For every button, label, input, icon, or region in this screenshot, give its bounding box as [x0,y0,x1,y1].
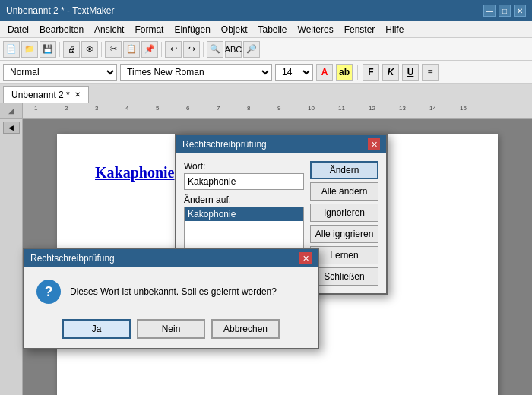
menu-objekt[interactable]: Objekt [217,23,252,36]
spell-dialog-close[interactable]: ✕ [368,138,380,150]
titlebar-controls: — □ ✕ [483,5,526,17]
confirm-title: Rechtschreibprüfung [30,253,115,264]
toolbar-sep-4 [203,42,204,57]
ruler-corner: ◢ [0,103,23,118]
alle-aendern-button[interactable]: Alle ändern [310,182,378,201]
highlight-button[interactable]: ab [336,64,353,81]
toolbar-sep-1 [59,42,60,57]
main-toolbar: 📄 📁 💾 🖨 👁 ✂ 📋 📌 ↩ ↪ 🔍 ABC 🔎 [0,38,532,61]
menu-weiteres[interactable]: Weiteres [293,23,338,36]
redo-button[interactable]: ↪ [183,41,200,58]
nein-button[interactable]: Nein [137,319,205,339]
spell-dialog-titlebar: Rechtschreibprüfung ✕ [176,135,386,153]
confirm-close-button[interactable]: ✕ [299,252,312,264]
preview-button[interactable]: 👁 [81,41,98,58]
document-tab[interactable]: Unbenannt 2 * ✕ [3,86,89,103]
aendern-button[interactable]: Ändern [310,161,378,179]
ruler: ◢ /* ruler ticks rendered below */ 1 2 3… [0,103,532,118]
italic-button[interactable]: K [382,64,399,81]
toolbar-sep-2 [101,42,102,57]
left-panel: ◀ [0,118,23,395]
schliessen-button[interactable]: Schließen [310,267,378,286]
toolbar-sep-3 [161,42,162,57]
confirm-body: ? Dieses Wort ist unbekannt. Soll es gel… [24,267,318,313]
tab-close-button[interactable]: ✕ [74,90,81,99]
menubar: Datei Bearbeiten Ansicht Format Einfügen… [0,21,532,38]
left-panel-btn[interactable]: ◀ [3,122,20,134]
menu-tabelle[interactable]: Tabelle [254,23,292,36]
cut-button[interactable]: ✂ [105,41,122,58]
confirm-icon: ? [36,280,61,304]
alle-ignorieren-button[interactable]: Alle igngrieren [310,225,378,243]
print-button[interactable]: 🖨 [63,41,80,58]
bold-button[interactable]: F [363,64,379,81]
confirm-dialog: Rechtschreibprüfung ✕ ? Dieses Wort ist … [23,248,319,349]
zoom-button[interactable]: 🔎 [243,41,260,58]
menu-fenster[interactable]: Fenster [340,23,380,36]
menu-format[interactable]: Format [130,23,168,36]
confirm-message: Dieses Wort ist unbekannt. Soll es geler… [70,286,306,297]
confirm-buttons: Ja Nein Abbrechen [24,313,318,348]
titlebar: Unbenannt 2 * - TextMaker — □ ✕ [0,0,532,21]
wort-label: Wort: [184,161,304,172]
titlebar-title: Unbenannt 2 * - TextMaker [6,5,115,16]
font-select[interactable]: Times New Roman [120,64,272,81]
menu-bearbeiten[interactable]: Bearbeiten [35,23,88,36]
undo-button[interactable]: ↩ [165,41,182,58]
style-select[interactable]: Normal [3,64,117,81]
suggestion-item[interactable]: Kakophonie [185,207,303,221]
menu-hilfe[interactable]: Hilfe [381,23,408,36]
open-button[interactable]: 📁 [21,41,38,58]
menu-ansicht[interactable]: Ansicht [90,23,128,36]
wort-input[interactable] [184,173,304,190]
format-toolbar: Normal Times New Roman 14 A ab F K U ≡ [0,61,532,84]
confirm-titlebar: Rechtschreibprüfung ✕ [24,249,318,267]
spell-dialog-right: Ändern Alle ändern Ignorieren Alle igngr… [310,161,378,286]
minimize-button[interactable]: — [483,5,496,17]
tabbar: Unbenannt 2 * ✕ [0,84,532,103]
spell-dialog-title: Rechtschreibprüfung [182,139,267,150]
ja-button[interactable]: Ja [62,319,131,339]
menu-einfuegen[interactable]: Einfügen [169,23,214,36]
underline-button[interactable]: U [402,64,419,81]
font-color-button[interactable]: A [316,64,333,81]
aendern-auf-label: Ändern auf: [184,194,304,205]
copy-button[interactable]: 📋 [123,41,140,58]
abbrechen-button[interactable]: Abbrechen [211,319,280,339]
maximize-button[interactable]: □ [499,5,511,17]
new-button[interactable]: 📄 [3,41,20,58]
close-button[interactable]: ✕ [514,5,526,17]
font-size-select[interactable]: 14 [275,64,313,81]
align-button[interactable]: ≡ [422,64,439,81]
ignorieren-button[interactable]: Ignorieren [310,204,378,222]
content-area: ◀ Kakaphonie Rechtschreibprüfung ✕ Wort:… [0,118,532,395]
save-button[interactable]: 💾 [40,41,56,58]
spell-button[interactable]: ABC [225,41,242,58]
find-button[interactable]: 🔍 [207,41,223,58]
paste-button[interactable]: 📌 [141,41,158,58]
lernen-button[interactable]: Lernen [310,246,378,264]
format-sep-1 [357,65,358,80]
menu-datei[interactable]: Datei [3,23,33,36]
ruler-scale: /* ruler ticks rendered below */ 1 2 3 4… [23,103,532,118]
tab-label: Unbenannt 2 * [11,90,70,100]
